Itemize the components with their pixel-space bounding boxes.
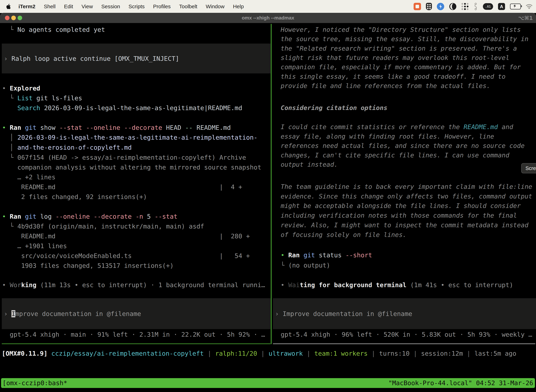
window-title: omx --xhigh --madmax [0, 15, 536, 21]
text-segment: However, I noticed the "Directory Struct… [281, 26, 521, 33]
text-segment: ralph:11/20 [215, 350, 257, 357]
menu-item-scripts[interactable]: Scripts [129, 4, 145, 9]
text-segment: evidence. Since this change only affects… [281, 193, 532, 200]
terminal-line: README.md | 280 + [2, 231, 250, 241]
text-segment: --stat --oneline --decorate [59, 124, 162, 131]
text-segment: Ran [10, 213, 21, 220]
text-segment: git [25, 213, 36, 220]
text-segment: | [410, 350, 421, 357]
text-segment: last:5m ago [474, 350, 516, 357]
text-segment: No agents completed yet [17, 26, 105, 33]
terminal-line: README.md | 4 + [2, 182, 242, 192]
text-segment: › [4, 310, 11, 317]
text-segment: Ran [10, 124, 21, 131]
left-pane-bottom-border [2, 344, 270, 344]
terminal-line: • Ran git status --short [281, 250, 372, 260]
text-segment: the source tree, missing the essay. Stil… [281, 35, 528, 42]
menu-item-iterm2[interactable]: iTerm2 [19, 4, 35, 9]
terminal-line: of focusing solely on file lines. [281, 230, 407, 240]
text-segment: might be acceptable alongside the file l… [281, 202, 521, 209]
terminal-line: └ 4b9d30f (origin/main, instructkr/main,… [2, 221, 204, 231]
menu-item-profiles[interactable]: Profiles [153, 4, 171, 9]
window-title-bar: omx --xhigh --madmax ⌥⌘1 [0, 13, 536, 23]
input-source-icon[interactable]: A [498, 3, 505, 10]
text-segment: changes, I can't cite specific file line… [281, 152, 509, 159]
text-segment: … +1901 lines [2, 242, 67, 250]
terminal-line: The team guideline is to back every impo… [281, 182, 532, 191]
text-segment: git [25, 124, 36, 131]
terminal-line: │ 2026-03-09-is-legal-the-same-as-legiti… [2, 132, 258, 142]
text-segment: The team guideline is to back every impo… [281, 183, 532, 190]
text-segment: | [463, 350, 474, 357]
text-segment: 2026-03-09-is-legal-the-same-as-legitima… [40, 104, 242, 112]
text-segment: • [2, 124, 10, 131]
terminal-line: companion file, especially if more comme… [281, 62, 521, 72]
text-segment: … +2 lines [2, 173, 55, 181]
text-segment: team:1 workers [314, 350, 368, 357]
text-segment [21, 124, 25, 131]
left-prompt-input[interactable]: › Improve documentation in @filename [2, 298, 270, 329]
text-segment: | [204, 350, 215, 357]
text-segment: references need actual files, and since … [281, 142, 525, 149]
menu-item-edit[interactable]: Edit [64, 4, 73, 9]
menu-item-view[interactable]: View [81, 4, 93, 9]
dots-grid-icon[interactable] [461, 3, 469, 10]
terminal-line: the "Related research writing" section i… [281, 43, 517, 53]
text-segment: Ran [288, 252, 300, 259]
text-segment: output instead. [281, 161, 338, 168]
crescent-circle-icon[interactable] [449, 3, 456, 10]
window-shortcut-hint: ⌥⌘1 [518, 15, 533, 21]
screen-tooltip: Scre [521, 163, 536, 173]
text-segment: I [11, 310, 15, 317]
text-segment: Considering citation options [281, 104, 388, 111]
text-segment: slight risk that future readers may over… [281, 54, 509, 61]
text-segment: mprove documentation in @filename [15, 310, 141, 317]
terminal-line: Considering citation options [281, 103, 388, 113]
terminal-line: └ List git ls-files [2, 93, 82, 103]
pane-divider[interactable] [271, 24, 272, 344]
menu-items: iTerm2 Shell Edit View Session Scripts P… [19, 4, 244, 9]
text-segment: └ [2, 154, 17, 161]
text-segment: • [2, 281, 10, 289]
wifi-icon[interactable] [526, 4, 532, 9]
menu-item-help[interactable]: Help [233, 4, 244, 9]
text-segment: cczip/essay/ai-reimplementation-copyleft [48, 350, 204, 357]
text-segment: status [315, 252, 345, 259]
text-segment: • [2, 213, 10, 220]
text-segment: companion analysis without altering the … [2, 164, 261, 171]
menu-item-window[interactable]: Window [206, 4, 225, 9]
ralph-loop-message-box: › Ralph loop active continue [OMX_TMUX_I… [2, 44, 270, 73]
terminal-line: essay file, along with finding root file… [281, 131, 494, 141]
blue-badge-icon[interactable] [437, 3, 444, 10]
text-segment: Wai [288, 281, 300, 289]
menu-item-shell[interactable]: Shell [44, 4, 56, 9]
text-segment: Wor [10, 281, 21, 289]
tmux-window-list[interactable]: [omx-cczip0:bash* [2, 378, 67, 388]
terminal-line: evidence. Since this change only affects… [281, 191, 532, 201]
squiggle-icon[interactable] [474, 3, 478, 10]
text-segment: README.md [464, 123, 498, 131]
text-segment: [OMX#0.11.9] [2, 350, 48, 357]
text-segment: (1m 41s • esc to interrupt) [407, 281, 513, 289]
terminal-line: references need actual files, and since … [281, 141, 525, 151]
menu-item-toolbelt[interactable]: Toolbelt [179, 4, 197, 9]
right-prompt-input[interactable]: › Improve documentation in @filename [273, 298, 536, 329]
menu-status-icons: ..61 A [414, 3, 532, 10]
menu-item-session[interactable]: Session [101, 4, 120, 9]
battery-icon[interactable] [510, 4, 521, 9]
text-segment: 067f154 (HEAD -> essay/ai-reimplementati… [17, 154, 246, 161]
terminal-line: └ (no output) [281, 260, 330, 270]
text-segment: • [2, 85, 10, 92]
terminal-line: • Ran git log --oneline --decorate -n 5 … [2, 211, 177, 221]
text-segment: (11m 13s • esc to interrupt) · 1 backgro… [36, 281, 265, 289]
apple-menu-icon[interactable] [6, 4, 11, 9]
shield-grid-icon[interactable] [426, 3, 432, 10]
terminal-line: Search 2026-03-09-is-legal-the-same-as-l… [2, 103, 242, 113]
text-segment: ting for background terminal [300, 281, 407, 289]
text-segment: Search [2, 104, 40, 112]
screenshot-app-icon[interactable] [414, 3, 421, 10]
text-segment: show [36, 124, 59, 131]
terminal-line: └ 067f154 (HEAD -> essay/ai-reimplementa… [2, 152, 246, 163]
battery-percent-badge[interactable]: ..61 [483, 3, 493, 10]
text-segment: king [21, 281, 36, 289]
